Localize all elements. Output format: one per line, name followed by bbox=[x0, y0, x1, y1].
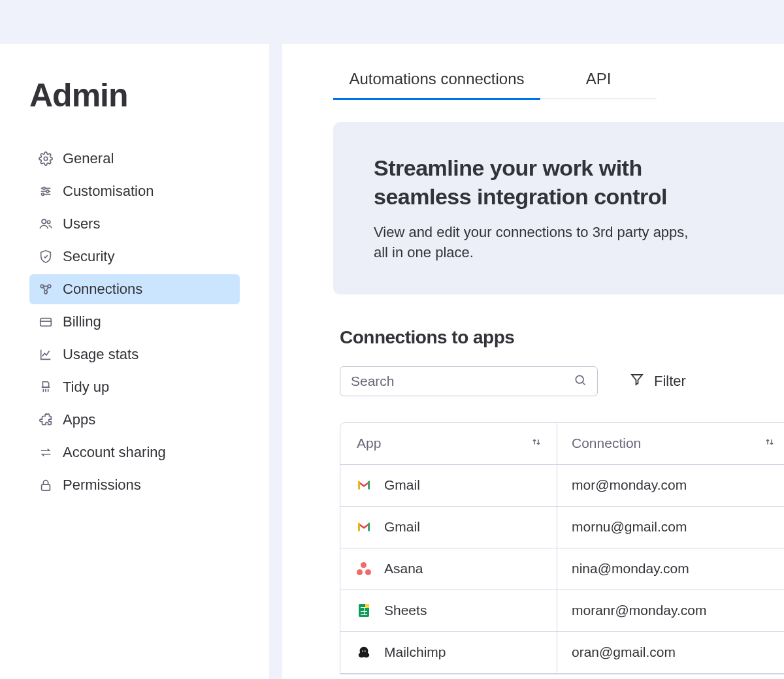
table-row[interactable]: Gmail mor@monday.com bbox=[340, 465, 784, 507]
column-header-app[interactable]: App bbox=[340, 423, 557, 464]
app-name: Sheets bbox=[384, 603, 427, 618]
sidebar-item-customisation[interactable]: Customisation bbox=[29, 176, 240, 206]
svg-point-6 bbox=[42, 193, 44, 196]
app-name: Asana bbox=[384, 561, 423, 576]
search-input[interactable] bbox=[351, 373, 574, 389]
svg-rect-12 bbox=[41, 319, 52, 326]
connection-value: oran@gmail.com bbox=[557, 632, 784, 673]
controls-row: Filter bbox=[340, 366, 784, 396]
sidebar-item-label: Tidy up bbox=[63, 379, 109, 396]
svg-rect-14 bbox=[42, 484, 50, 490]
filter-icon bbox=[629, 371, 645, 391]
nav-list: General Customisation Users Security bbox=[29, 144, 240, 500]
search-icon bbox=[574, 373, 587, 389]
sidebar-item-connections[interactable]: Connections bbox=[29, 274, 240, 304]
transfer-icon bbox=[39, 445, 53, 460]
table-row[interactable]: Sheets moranr@monday.com bbox=[340, 590, 784, 632]
sidebar-item-users[interactable]: Users bbox=[29, 209, 240, 239]
app-name: Gmail bbox=[384, 519, 420, 535]
sheets-icon bbox=[357, 603, 371, 618]
sidebar-item-usage-stats[interactable]: Usage stats bbox=[29, 340, 240, 370]
tab-automations-connections[interactable]: Automations connections bbox=[333, 70, 540, 100]
sidebar-item-label: General bbox=[63, 150, 114, 167]
table-header-row: App Connection bbox=[340, 423, 784, 465]
sidebar-item-permissions[interactable]: Permissions bbox=[29, 470, 240, 500]
connection-value: mornu@gmail.com bbox=[557, 507, 784, 548]
sort-icon[interactable] bbox=[531, 435, 542, 451]
layout-gap bbox=[269, 44, 282, 679]
table-row[interactable]: Mailchimp oran@gmail.com bbox=[340, 632, 784, 674]
table-row[interactable]: Gmail mornu@gmail.com bbox=[340, 507, 784, 548]
tab-api[interactable]: API bbox=[540, 70, 657, 99]
filter-button[interactable]: Filter bbox=[629, 371, 686, 391]
asana-icon bbox=[357, 561, 371, 576]
credit-card-icon bbox=[39, 315, 53, 329]
hero-banner: Streamline your work with seamless integ… bbox=[333, 122, 784, 294]
sidebar-item-security[interactable]: Security bbox=[29, 242, 240, 272]
sort-icon[interactable] bbox=[764, 435, 776, 451]
column-header-connection[interactable]: Connection bbox=[557, 423, 784, 464]
sidebar: Admin General Customisation Users bbox=[0, 44, 269, 679]
svg-point-8 bbox=[47, 221, 50, 224]
sidebar-title: Admin bbox=[29, 76, 240, 114]
svg-point-7 bbox=[42, 219, 46, 223]
gmail-icon bbox=[357, 478, 371, 492]
sidebar-item-label: Billing bbox=[63, 313, 101, 330]
svg-point-4 bbox=[46, 190, 49, 193]
svg-point-2 bbox=[42, 187, 45, 190]
sidebar-item-label: Permissions bbox=[63, 477, 141, 494]
connections-icon bbox=[39, 282, 53, 296]
search-field-wrap[interactable] bbox=[340, 366, 598, 396]
svg-point-15 bbox=[576, 375, 583, 383]
sidebar-item-label: Account sharing bbox=[63, 444, 166, 461]
users-icon bbox=[39, 217, 53, 231]
sidebar-item-label: Connections bbox=[63, 281, 142, 298]
sidebar-item-account-sharing[interactable]: Account sharing bbox=[29, 437, 240, 467]
connection-value: nina@monday.com bbox=[557, 548, 784, 590]
column-header-connection-label: Connection bbox=[572, 435, 641, 451]
svg-point-0 bbox=[44, 157, 48, 161]
main-content: Automations connections API Streamline y… bbox=[282, 44, 784, 679]
top-bar bbox=[0, 0, 784, 44]
connection-value: mor@monday.com bbox=[557, 465, 784, 506]
column-header-app-label: App bbox=[357, 435, 381, 451]
sidebar-item-apps[interactable]: Apps bbox=[29, 405, 240, 435]
filter-label: Filter bbox=[654, 373, 686, 390]
sidebar-item-label: Apps bbox=[63, 411, 95, 428]
sidebar-item-tidy-up[interactable]: Tidy up bbox=[29, 372, 240, 402]
connections-table: App Connection Gmail bbox=[340, 422, 784, 674]
svg-line-16 bbox=[583, 383, 585, 385]
shredder-icon bbox=[39, 380, 53, 394]
sidebar-item-label: Customisation bbox=[63, 183, 154, 200]
connection-value: moranr@monday.com bbox=[557, 590, 784, 631]
puzzle-icon bbox=[39, 413, 53, 427]
shield-icon bbox=[39, 249, 53, 264]
lock-icon bbox=[39, 478, 53, 492]
sidebar-item-general[interactable]: General bbox=[29, 144, 240, 174]
gear-icon bbox=[39, 151, 53, 166]
chart-line-icon bbox=[39, 347, 53, 362]
sidebar-item-label: Security bbox=[63, 248, 114, 265]
sliders-icon bbox=[39, 184, 53, 198]
sidebar-item-label: Usage stats bbox=[63, 346, 139, 363]
hero-subtitle: View and edit your connections to 3rd pa… bbox=[374, 223, 700, 263]
sidebar-item-label: Users bbox=[63, 215, 100, 232]
sidebar-item-billing[interactable]: Billing bbox=[29, 307, 240, 337]
app-name: Gmail bbox=[384, 477, 420, 493]
svg-point-11 bbox=[44, 291, 48, 294]
section-title: Connections to apps bbox=[340, 327, 784, 348]
app-name: Mailchimp bbox=[384, 644, 446, 660]
hero-title: Streamline your work with seamless integ… bbox=[374, 153, 745, 211]
tabs: Automations connections API bbox=[333, 70, 657, 99]
table-row[interactable]: Asana nina@monday.com bbox=[340, 548, 784, 590]
mailchimp-icon bbox=[357, 645, 371, 659]
gmail-icon bbox=[357, 520, 371, 534]
